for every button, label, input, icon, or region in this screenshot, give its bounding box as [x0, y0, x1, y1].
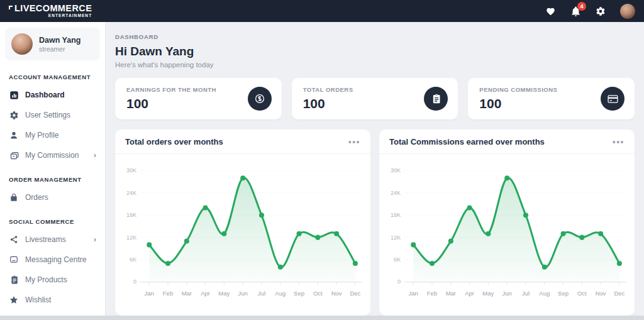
svg-text:Apr: Apr — [201, 290, 211, 297]
sidebar-item-label: Livestreams — [25, 235, 66, 244]
svg-text:Feb: Feb — [163, 290, 173, 297]
svg-text:Feb: Feb — [427, 290, 437, 297]
notifications-button[interactable]: 4 — [570, 6, 581, 17]
svg-text:0: 0 — [133, 279, 136, 285]
orders-bag-icon — [9, 192, 19, 202]
sidebar-item-messaging-centre[interactable]: Messaging Centre — [0, 250, 105, 270]
user-icon — [9, 130, 19, 140]
svg-text:Jun: Jun — [238, 290, 248, 297]
stat-label: TOTAL ORDERS — [303, 86, 353, 93]
svg-text:Dec: Dec — [614, 290, 625, 297]
svg-text:Aug: Aug — [275, 290, 286, 297]
svg-text:30K: 30K — [391, 168, 401, 174]
svg-text:18K: 18K — [126, 212, 136, 218]
svg-text:6K: 6K — [130, 257, 136, 263]
sidebar-item-dashboard[interactable]: Dashboard — [0, 85, 105, 105]
share-icon — [9, 234, 19, 245]
stat-label: PENDING COMMISSIONS — [479, 86, 557, 93]
sidebar-item-wishlist[interactable]: Wishlist — [0, 290, 105, 310]
gear-icon — [596, 6, 606, 16]
svg-text:Apr: Apr — [465, 290, 475, 297]
sidebar-item-my-products[interactable]: My Products — [0, 270, 105, 290]
top-bar: LIVECOMMERCE ENTERTAINMENT 4 — [0, 0, 644, 22]
sidebar-item-label: Dashboard — [25, 91, 65, 99]
section-label-account-management: ACCOUNT MANAGEMENT — [0, 63, 105, 85]
sidebar-item-label: Wishlist — [25, 295, 51, 304]
star-icon — [9, 295, 19, 305]
svg-text:30K: 30K — [126, 168, 136, 174]
sidebar-item-label: User Settings — [25, 111, 70, 119]
stat-value: 100 — [479, 96, 557, 111]
chart-title: Total Commissions earned over months — [389, 137, 545, 146]
sidebar-item-label: Orders — [25, 193, 48, 202]
breadcrumb: DASHBOARD — [115, 33, 635, 40]
sidebar-item-my-profile[interactable]: My Profile — [0, 125, 105, 145]
main-content: DASHBOARD Hi Dawn Yang Here's what's hap… — [106, 22, 644, 320]
orders-chart-card: Total orders over months ••• 06K12K18K24… — [115, 130, 370, 316]
chart-menu-button[interactable]: ••• — [613, 140, 625, 145]
favorites-button[interactable] — [545, 6, 556, 17]
credit-card-icon — [601, 87, 625, 111]
svg-text:Nov: Nov — [331, 290, 342, 297]
window-bottom-edge — [0, 316, 644, 320]
svg-text:Jan: Jan — [145, 290, 154, 297]
svg-text:Sep: Sep — [294, 290, 304, 297]
svg-text:Oct: Oct — [577, 290, 587, 297]
svg-text:12K: 12K — [391, 234, 401, 241]
svg-text:May: May — [482, 290, 494, 297]
chevron-right-icon: › — [94, 236, 96, 243]
stat-value: 100 — [126, 96, 216, 111]
user-avatar[interactable] — [620, 4, 635, 19]
commissions-chart-card: Total Commissions earned over months •••… — [379, 130, 635, 316]
svg-text:Aug: Aug — [539, 290, 550, 297]
stat-card-earnings: EARNINGS FOR THE MONTH 100 — [115, 78, 282, 119]
clipboard-icon — [9, 275, 19, 285]
sidebar: Dawn Yang streamer ACCOUNT MANAGEMENT Da… — [0, 22, 106, 316]
sidebar-user-card[interactable]: Dawn Yang streamer — [5, 28, 100, 60]
stat-card-pending-commissions: PENDING COMMISSIONS 100 — [468, 78, 635, 119]
chart-menu-button[interactable]: ••• — [348, 140, 360, 145]
svg-text:Mar: Mar — [182, 290, 192, 297]
commission-icon — [9, 150, 19, 160]
sidebar-item-product-catalogue[interactable]: Product Catalogue — [0, 310, 105, 316]
stat-value: 100 — [303, 96, 353, 111]
svg-text:24K: 24K — [126, 190, 136, 196]
svg-text:Jul: Jul — [522, 290, 530, 297]
svg-text:Oct: Oct — [313, 290, 323, 297]
gear-icon — [9, 110, 19, 120]
user-role: streamer — [39, 45, 80, 53]
sidebar-item-label: My Commission — [25, 151, 79, 160]
messaging-icon — [9, 255, 19, 265]
notification-badge: 4 — [577, 2, 586, 11]
svg-text:0: 0 — [397, 279, 401, 285]
sidebar-item-orders[interactable]: Orders — [0, 187, 105, 207]
commissions-chart: 06K12K18K24K30KJanFebMarAprMayJunJulAugS… — [379, 154, 635, 309]
page-subtitle: Here's what's happening today — [115, 61, 635, 69]
app-logo[interactable]: LIVECOMMERCE ENTERTAINMENT — [9, 4, 92, 18]
page-title: Hi Dawn Yang — [115, 45, 635, 58]
user-name: Dawn Yang — [39, 35, 80, 45]
svg-text:12K: 12K — [126, 234, 136, 241]
svg-text:May: May — [218, 290, 230, 297]
settings-button[interactable] — [595, 6, 606, 17]
dollar-circle-icon — [248, 87, 272, 111]
svg-text:Jul: Jul — [258, 290, 265, 297]
sidebar-item-label: Messaging Centre — [25, 255, 86, 264]
svg-text:Nov: Nov — [596, 290, 606, 297]
sidebar-item-my-commission[interactable]: My Commission › — [0, 145, 105, 165]
svg-text:18K: 18K — [391, 212, 401, 218]
dashboard-icon — [9, 90, 19, 100]
section-label-order-management: ORDER MANAGEMENT — [0, 165, 105, 187]
chart-title: Total orders over months — [125, 137, 223, 146]
svg-text:6K: 6K — [394, 257, 401, 263]
chevron-right-icon: › — [94, 152, 96, 159]
sidebar-item-label: My Profile — [25, 131, 58, 140]
sidebar-item-livestreams[interactable]: Livestreams › — [0, 229, 105, 250]
sidebar-item-user-settings[interactable]: User Settings — [0, 105, 105, 125]
svg-text:Jun: Jun — [502, 290, 512, 297]
svg-text:24K: 24K — [391, 190, 401, 196]
svg-text:Dec: Dec — [350, 290, 360, 297]
clipboard-icon — [424, 87, 448, 111]
heart-icon — [546, 7, 555, 16]
stats-row: EARNINGS FOR THE MONTH 100 TOTAL ORDERS … — [115, 78, 635, 119]
